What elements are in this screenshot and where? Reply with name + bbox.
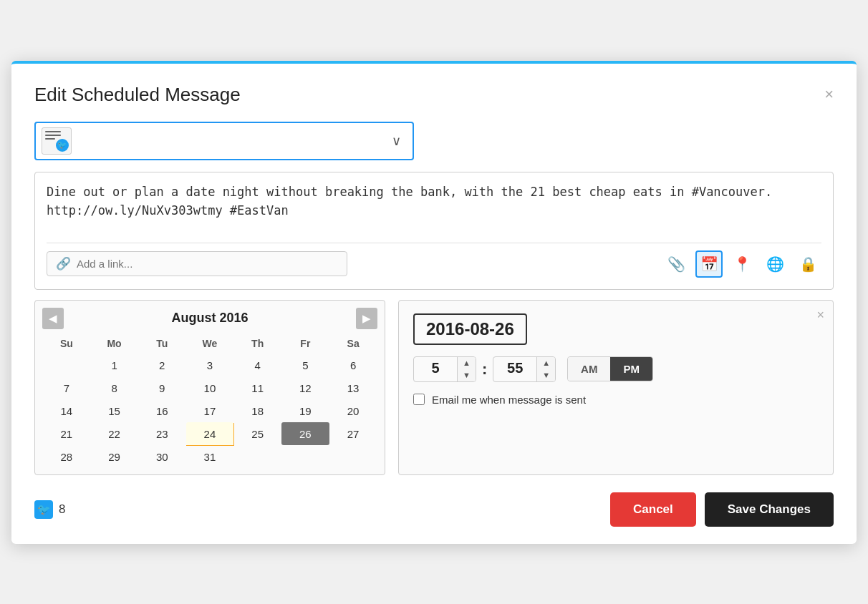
calendar-day[interactable]: 17 <box>186 399 234 422</box>
calendar-grid: SuMoTuWeThFrSa 1234567891011121314151617… <box>42 335 377 469</box>
hour-up-button[interactable]: ▲ <box>458 357 476 369</box>
calendar-day[interactable]: 22 <box>90 422 138 445</box>
minute-down-button[interactable]: ▼ <box>537 369 555 381</box>
char-count: 8 <box>59 502 65 517</box>
modal-close-button[interactable]: × <box>824 87 834 102</box>
modal-title: Edit Scheduled Message <box>34 84 241 106</box>
calendar-day[interactable]: 18 <box>233 399 281 422</box>
calendar-day[interactable]: 13 <box>329 376 377 399</box>
calendar-day[interactable]: 15 <box>90 399 138 422</box>
message-textarea[interactable] <box>47 182 821 233</box>
calendar-day <box>233 445 281 468</box>
save-changes-button[interactable]: Save Changes <box>705 492 834 527</box>
calendar-day[interactable]: 11 <box>233 376 281 399</box>
calendar-day[interactable]: 10 <box>186 376 234 399</box>
location-icon-button[interactable]: 📍 <box>728 250 756 278</box>
email-notify-label[interactable]: Email me when message is sent <box>432 394 586 406</box>
footer-row: 🐦 8 Cancel Save Changes <box>34 492 834 527</box>
account-selector[interactable]: 🐦 ∨ <box>34 122 414 160</box>
calendar-day[interactable]: 9 <box>138 376 186 399</box>
ampm-group: AM PM <box>567 356 653 381</box>
datetime-panel: × 2016-08-26 5 ▲ ▼ : 55 ▲ ▼ <box>398 300 834 475</box>
minute-up-button[interactable]: ▲ <box>537 357 555 369</box>
account-icon: 🐦 <box>42 127 72 155</box>
calendar-next-button[interactable]: ▶ <box>356 308 377 329</box>
link-input[interactable] <box>77 258 338 270</box>
cancel-button[interactable]: Cancel <box>610 492 696 527</box>
calendar-day[interactable]: 23 <box>138 422 186 445</box>
calendar-day[interactable]: 19 <box>281 399 329 422</box>
calendar-day[interactable]: 8 <box>90 376 138 399</box>
calendar-day-header: Th <box>233 335 281 354</box>
calendar-day-header: We <box>186 335 234 354</box>
lock-icon-button[interactable]: 🔒 <box>794 250 821 278</box>
globe-icon-button[interactable]: 🌐 <box>761 250 789 278</box>
message-box: 🔗 📎 📅 📍 🌐 🔒 <box>34 172 834 290</box>
calendar-datetime-row: ◀ August 2016 ▶ SuMoTuWeThFrSa 123456789… <box>34 300 834 475</box>
calendar-day[interactable]: 25 <box>233 422 281 445</box>
calendar-month-label: August 2016 <box>171 311 248 326</box>
minute-spinner: 55 ▲ ▼ <box>493 356 556 382</box>
date-display: 2016-08-26 <box>413 313 527 345</box>
email-notify: Email me when message is sent <box>413 394 819 406</box>
calendar-day-header: Mo <box>90 335 138 354</box>
calendar-day[interactable]: 20 <box>329 399 377 422</box>
calendar-day-header: Sa <box>329 335 377 354</box>
calendar-day[interactable]: 4 <box>233 354 281 376</box>
calendar-day <box>43 354 91 376</box>
calendar-day[interactable]: 27 <box>329 422 377 445</box>
chevron-down-icon: ∨ <box>386 133 407 149</box>
calendar-day-header: Su <box>43 335 91 354</box>
toolbar-icons: 📎 📅 📍 🌐 🔒 <box>662 250 821 278</box>
footer-left: 🐦 8 <box>34 500 65 519</box>
twitter-icon: 🐦 <box>34 500 53 519</box>
minute-value: 55 <box>493 357 536 381</box>
minute-arrows: ▲ ▼ <box>536 357 555 381</box>
calendar-day[interactable]: 31 <box>186 445 234 468</box>
calendar-icon-button[interactable]: 📅 <box>695 250 723 278</box>
pm-button[interactable]: PM <box>610 357 652 381</box>
calendar-day[interactable]: 21 <box>43 422 91 445</box>
hour-arrows: ▲ ▼ <box>457 357 476 381</box>
calendar-prev-button[interactable]: ◀ <box>42 308 64 329</box>
calendar-day[interactable]: 3 <box>186 354 234 376</box>
hour-down-button[interactable]: ▼ <box>458 369 476 381</box>
link-input-wrap[interactable]: 🔗 <box>47 251 347 276</box>
calendar-day[interactable]: 24 <box>186 422 234 445</box>
hour-spinner: 5 ▲ ▼ <box>413 356 476 382</box>
time-colon: : <box>482 360 487 379</box>
calendar-day[interactable]: 16 <box>138 399 186 422</box>
calendar-day[interactable]: 14 <box>43 399 91 422</box>
calendar-day[interactable]: 26 <box>281 422 329 445</box>
calendar-day[interactable]: 5 <box>281 354 329 376</box>
datetime-close-button[interactable]: × <box>816 308 824 323</box>
footer-right: Cancel Save Changes <box>610 492 834 527</box>
time-row: 5 ▲ ▼ : 55 ▲ ▼ AM <box>413 356 819 382</box>
calendar-day[interactable]: 1 <box>90 354 138 376</box>
calendar-day[interactable]: 7 <box>43 376 91 399</box>
calendar-day[interactable]: 12 <box>281 376 329 399</box>
message-toolbar: 🔗 📎 📅 📍 🌐 🔒 <box>47 243 821 279</box>
calendar-day[interactable]: 29 <box>90 445 138 468</box>
edit-scheduled-message-modal: Edit Scheduled Message × 🐦 ∨ 🔗 <box>11 61 857 544</box>
calendar-panel: ◀ August 2016 ▶ SuMoTuWeThFrSa 123456789… <box>34 300 385 475</box>
calendar-day[interactable]: 6 <box>329 354 377 376</box>
calendar-day-header: Fr <box>281 335 329 354</box>
calendar-day[interactable]: 30 <box>138 445 186 468</box>
attachment-icon-button[interactable]: 📎 <box>662 250 690 278</box>
email-notify-checkbox[interactable] <box>413 394 425 405</box>
calendar-day[interactable]: 28 <box>43 445 91 468</box>
calendar-day <box>329 445 377 468</box>
calendar-day[interactable]: 2 <box>138 354 186 376</box>
calendar-nav: ◀ August 2016 ▶ <box>42 308 377 329</box>
link-icon: 🔗 <box>56 256 71 271</box>
modal-header: Edit Scheduled Message × <box>34 84 834 106</box>
calendar-day <box>281 445 329 468</box>
calendar-day-header: Tu <box>138 335 186 354</box>
am-button[interactable]: AM <box>568 357 610 381</box>
hour-value: 5 <box>414 357 457 381</box>
